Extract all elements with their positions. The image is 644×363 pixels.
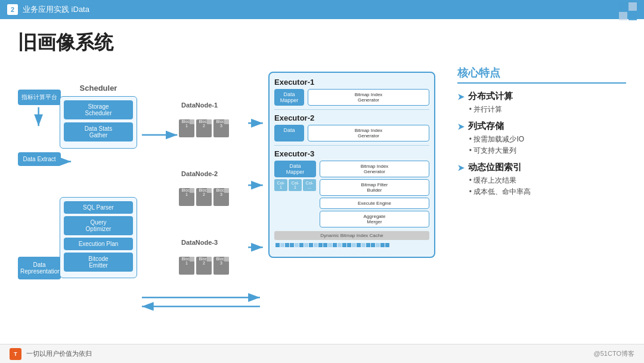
scheduler-datastats: Data StatsGather bbox=[64, 122, 133, 141]
col-2: Col-1 bbox=[289, 179, 302, 191]
scheduler-storage: StorageScheduler bbox=[64, 100, 133, 119]
query-optimizer: QueryOptimizer bbox=[64, 216, 133, 235]
executor-1-inner: DataMapper Bitmap IndexGenerator bbox=[274, 89, 429, 106]
feature-item-3: ➤ 动态位图索引 缓存上次结果 成本低、命中率高 bbox=[457, 162, 626, 197]
datanode-3-label: DataNode-3 bbox=[179, 239, 229, 246]
pixel bbox=[352, 243, 356, 247]
feature-arrow-2: ➤ bbox=[457, 122, 465, 131]
feature-arrow-3: ➤ bbox=[457, 163, 465, 173]
executor-2-block: Executor-2 Data Bitmap IndexGenerator bbox=[274, 113, 429, 141]
pixel bbox=[309, 243, 313, 247]
executor-outer-container: Executor-1 DataMapper Bitmap IndexGenera… bbox=[268, 72, 435, 258]
datanode-1-label: DataNode-1 bbox=[179, 101, 229, 109]
bottom-bar: T 一切以用户价值为依归 @51CTO博客 bbox=[0, 344, 644, 363]
pixel bbox=[380, 243, 385, 247]
pixel bbox=[299, 243, 304, 247]
col-1: Col-1 bbox=[274, 179, 287, 191]
page-title: 旧画像系统 bbox=[18, 30, 626, 56]
cache-label: Dynamic Bitmap Index Cache bbox=[274, 231, 429, 240]
pixel bbox=[342, 243, 346, 247]
pixel bbox=[376, 243, 380, 247]
top-bar: 2 业务应用实践 iData bbox=[0, 0, 644, 19]
feature-main-1: ➤ 分布式计算 bbox=[457, 91, 626, 102]
datanode-3-section: DataNode-3 Block1 Block2 bbox=[179, 239, 229, 275]
scheduler-box: StorageScheduler Data StatsGather bbox=[60, 96, 137, 149]
executor-divider-1 bbox=[274, 109, 429, 110]
execution-plan: Execution Plan bbox=[64, 238, 133, 250]
bitcode-emitter: BitcodeEmitter bbox=[64, 253, 133, 272]
pixel bbox=[333, 243, 337, 247]
input-box-data-representation: DataRepresentation bbox=[18, 257, 61, 279]
executor-3-block: Executor-3 DataMapper Col-1 Col-1 Col-..… bbox=[274, 149, 429, 248]
sql-box: SQL Parser QueryOptimizer Execution Plan… bbox=[60, 197, 137, 278]
executor-3-bitmap-2: Bitmap FilterBuilder bbox=[320, 179, 429, 196]
bottom-right-text: @51CTO博客 bbox=[594, 349, 634, 358]
input-box-data-extract: Data Extract bbox=[18, 152, 61, 166]
feature-item-2: ➤ 列式存储 按需加载减少IO 可支持大量列 bbox=[457, 121, 626, 156]
cache-area: Dynamic Bitmap Index Cache bbox=[274, 231, 429, 248]
pixel bbox=[318, 243, 323, 247]
pixel bbox=[314, 243, 318, 247]
scheduler-label: Scheduler bbox=[60, 84, 137, 93]
bottom-logo: T bbox=[10, 348, 21, 360]
feature-main-2: ➤ 列式存储 bbox=[457, 121, 626, 132]
sql-section: SQL Parser QueryOptimizer Execution Plan… bbox=[60, 197, 137, 278]
feature-sub-2-0: 按需加载减少IO bbox=[457, 134, 626, 144]
datanode-3-files: Block1 Block2 Block3 bbox=[179, 248, 229, 275]
top-bar-title: 业务应用实践 iData bbox=[23, 4, 89, 15]
executor-3-title: Executor-3 bbox=[274, 149, 429, 158]
pixel bbox=[338, 243, 342, 247]
diagram-left: 指标计算平台 Data Extract DataRepresentation S… bbox=[18, 66, 443, 328]
col-3: Col-... bbox=[303, 179, 316, 191]
datanode-1-files: Block1 Block2 Block3 bbox=[179, 111, 229, 137]
bottom-left: T 一切以用户价值为依归 bbox=[10, 348, 92, 360]
pixel bbox=[357, 243, 361, 247]
feature-sub-1-0: 并行计算 bbox=[457, 104, 626, 115]
logo-square-1 bbox=[619, 2, 627, 11]
executor-3-cols: Col-1 Col-1 Col-... bbox=[274, 179, 316, 191]
logo-square-2 bbox=[628, 2, 637, 11]
feature-main-label-3: 动态位图索引 bbox=[468, 162, 522, 173]
executor-2-title: Executor-2 bbox=[274, 113, 429, 122]
executor-3-left: DataMapper Col-1 Col-1 Col-... bbox=[274, 161, 316, 227]
executor-2-bitmap: Bitmap IndexGenerator bbox=[308, 125, 429, 141]
executor-3-data: DataMapper bbox=[274, 161, 316, 177]
pixel bbox=[285, 243, 289, 247]
feature-arrow-1: ➤ bbox=[457, 92, 465, 101]
feature-sub-3-0: 缓存上次结果 bbox=[457, 176, 626, 186]
cache-pixels bbox=[274, 242, 429, 248]
executor-2-data: Data bbox=[274, 125, 304, 141]
feature-main-3: ➤ 动态位图索引 bbox=[457, 162, 626, 173]
diagram-area: 指标计算平台 Data Extract DataRepresentation S… bbox=[18, 66, 626, 328]
executor-3-bitmap-4: AggregateMerger bbox=[320, 211, 429, 227]
pixel bbox=[328, 243, 332, 247]
features-title: 核心特点 bbox=[457, 66, 626, 84]
pixel bbox=[280, 243, 284, 247]
main-content: 旧画像系统 bbox=[0, 19, 644, 334]
input-box-indicator: 指标计算平台 bbox=[18, 90, 61, 105]
feature-sub-2-1: 可支持大量列 bbox=[457, 146, 626, 156]
logo-top-right bbox=[619, 2, 637, 20]
pixel bbox=[366, 243, 370, 247]
pixel bbox=[295, 243, 299, 247]
pixel bbox=[385, 243, 389, 247]
pixel bbox=[361, 243, 366, 247]
executor-1-data: DataMapper bbox=[274, 89, 304, 106]
datanode-2-label: DataNode-2 bbox=[179, 170, 229, 177]
executor-2-inner: Data Bitmap IndexGenerator bbox=[274, 125, 429, 141]
feature-main-label-1: 分布式计算 bbox=[468, 91, 513, 102]
pixel bbox=[290, 243, 294, 247]
sql-parser: SQL Parser bbox=[64, 201, 133, 214]
executor-1-bitmap: Bitmap IndexGenerator bbox=[308, 89, 429, 106]
pixel bbox=[347, 243, 351, 247]
feature-item-1: ➤ 分布式计算 并行计算 bbox=[457, 91, 626, 115]
features-right: 核心特点 ➤ 分布式计算 并行计算 ➤ 列式存储 按需加载减少IO 可支持大量列… bbox=[443, 66, 626, 328]
feature-main-label-2: 列式存储 bbox=[468, 121, 504, 132]
datanode-2-files: Block1 Block2 Block3 bbox=[179, 180, 229, 206]
executor-3-right: Bitmap IndexGenerator Bitmap FilterBuild… bbox=[320, 161, 429, 227]
executor-3-inner: DataMapper Col-1 Col-1 Col-... Bitmap In… bbox=[274, 161, 429, 227]
pixel bbox=[323, 243, 327, 247]
feature-sub-3-1: 成本低、命中率高 bbox=[457, 187, 626, 197]
pixel bbox=[275, 243, 280, 247]
executor-divider-2 bbox=[274, 145, 429, 146]
